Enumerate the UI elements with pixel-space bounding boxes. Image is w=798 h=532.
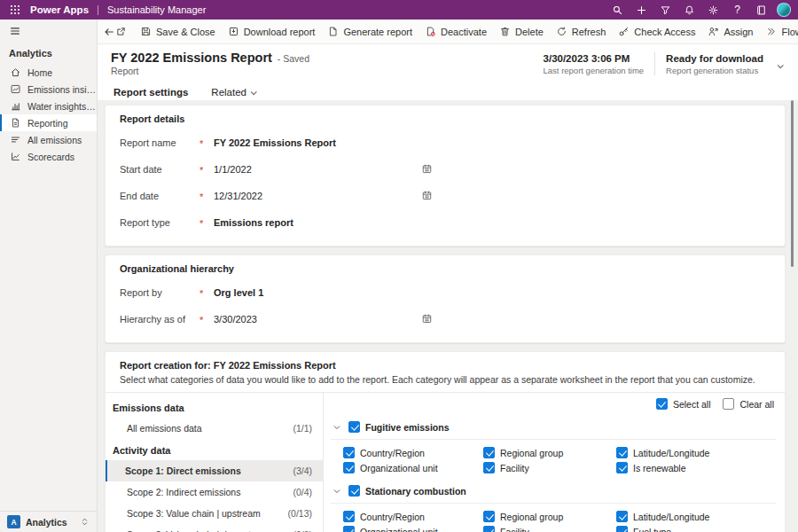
site-navigation: Analytics Home Emissions insights Water … [0, 20, 98, 532]
org-hierarchy-section: Organizational hierarchy Report by * Org… [105, 254, 786, 343]
option-checkbox[interactable]: Organizational unit [343, 526, 483, 532]
field-value: 1/1/2022 [214, 164, 252, 175]
guide-icon[interactable] [749, 0, 773, 20]
select-all-checkbox[interactable]: Select all [656, 398, 711, 410]
download-report-button[interactable]: Download report [222, 22, 322, 42]
end-date-field[interactable]: 12/31/2022 [214, 191, 434, 201]
option-label: Facility [500, 527, 529, 532]
option-checkbox[interactable]: Is renewable [616, 462, 776, 473]
field-report-type: Report type * Emissions report [120, 209, 771, 235]
area-switcher[interactable]: A Analytics [0, 511, 97, 532]
list-item-all-emissions-data[interactable]: All emissions data (1/1) [106, 418, 323, 439]
option-checkbox[interactable]: Latitude/Longitude [616, 511, 776, 522]
sidebar-item-all-emissions[interactable]: All emissions [0, 131, 97, 148]
option-checkbox[interactable]: Organizational unit [343, 462, 483, 473]
group-stationary-combustion: Stationary combustion Country/Region Reg… [331, 485, 776, 532]
option-checkbox[interactable]: Facility [483, 526, 616, 532]
required-marker: * [200, 312, 214, 325]
insights-chart-icon [10, 83, 22, 95]
settings-icon[interactable] [701, 0, 725, 20]
search-icon[interactable] [606, 0, 630, 20]
checkbox-checked-icon [343, 447, 355, 458]
user-avatar[interactable] [777, 3, 791, 17]
flow-button[interactable]: Flow [759, 22, 798, 42]
report-type-field[interactable]: Emissions report [214, 217, 434, 228]
product-name[interactable]: Power Apps [30, 4, 89, 15]
chevron-updown-icon [80, 517, 90, 527]
field-label: Hierarchy as of [120, 314, 200, 325]
report-name-field[interactable]: FY 2022 Emissions Report [214, 137, 434, 148]
page-scrollbar[interactable] [791, 100, 794, 267]
option-checkbox[interactable]: Latitude/Longitude [616, 447, 776, 458]
collapse-header-chevron[interactable] [774, 52, 786, 75]
list-item-scope2[interactable]: Scope 2: Indirect emissions (0/4) [106, 481, 323, 503]
assign-icon [708, 26, 719, 37]
back-button[interactable] [103, 22, 115, 42]
deactivate-button[interactable]: Deactivate [419, 22, 493, 42]
report-by-field[interactable]: Org level 1 [214, 287, 434, 298]
calendar-icon[interactable] [419, 189, 434, 203]
field-report-name: Report name * FY 2022 Emissions Report [120, 129, 771, 155]
chevron-down-icon[interactable] [332, 487, 341, 496]
popout-icon[interactable] [115, 22, 127, 42]
option-checkbox[interactable]: Facility [483, 462, 616, 473]
waffle-icon[interactable] [0, 0, 30, 20]
list-item-scope1[interactable]: Scope 1: Direct emissions (3/4) [106, 460, 323, 481]
field-value: 3/30/2023 [214, 314, 257, 325]
sidebar-item-scorecards[interactable]: Scorecards [0, 148, 97, 165]
assign-button[interactable]: Assign [701, 22, 759, 42]
calendar-icon[interactable] [419, 162, 434, 176]
line-chart-icon [10, 151, 22, 162]
field-value: FY 2022 Emissions Report [214, 137, 336, 148]
save-icon [140, 26, 152, 37]
start-date-field[interactable]: 1/1/2022 [214, 164, 434, 175]
chevron-down-icon[interactable] [332, 423, 341, 432]
clear-all-checkbox[interactable]: Clear all [723, 398, 774, 410]
group-fugitive-emissions: Fugitive emissions Country/Region Region… [331, 421, 776, 473]
sidebar-item-home[interactable]: Home [0, 64, 97, 81]
select-all-label: Select all [673, 399, 711, 410]
delete-button[interactable]: Delete [493, 22, 550, 42]
option-checkbox[interactable]: Regional group [483, 511, 616, 522]
sidebar-item-label: Emissions insights [27, 84, 97, 95]
sidebar-item-water-insights[interactable]: Water insights (previ... [0, 98, 97, 114]
generation-status: Ready for download Report generation sta… [666, 53, 763, 75]
generate-report-button[interactable]: Generate report [321, 22, 419, 42]
group-checkbox[interactable]: Stationary combustion [348, 485, 466, 497]
report-details-section: Report details Report name * FY 2022 Emi… [105, 105, 786, 246]
list-item-label: All emissions data [127, 423, 202, 434]
add-icon[interactable] [630, 0, 653, 20]
refresh-button[interactable]: Refresh [550, 22, 613, 42]
help-icon[interactable]: ? [725, 0, 749, 20]
list-item-label: Scope 3: Value chain | upstream [127, 508, 261, 519]
checkbox-checked-icon [616, 511, 628, 522]
check-access-button[interactable]: Check Access [612, 22, 701, 42]
sidebar-item-reporting[interactable]: Reporting [0, 114, 97, 131]
option-label: Latitude/Longitude [633, 512, 709, 522]
main-region: FY 2022 Emissions Report - Saved Report … [98, 44, 798, 532]
key-icon [618, 26, 630, 37]
field-value: 12/31/2022 [214, 191, 262, 201]
calendar-icon[interactable] [419, 312, 434, 326]
notifications-icon[interactable] [677, 0, 701, 20]
deactivate-icon [425, 26, 436, 37]
group-checkbox[interactable]: Fugitive emissions [348, 421, 450, 433]
sidebar-item-emissions-insights[interactable]: Emissions insights [0, 81, 97, 98]
group-divider [331, 503, 776, 504]
list-item-scope3-downstream[interactable]: Scope 3: Value chain | downstream (0/9) [106, 524, 323, 532]
save-close-button[interactable]: Save & Close [134, 22, 222, 42]
field-label: Report by [120, 287, 200, 298]
list-item-scope3-upstream[interactable]: Scope 3: Value chain | upstream (0/13) [106, 503, 323, 524]
option-checkbox[interactable]: Regional group [483, 447, 616, 458]
option-checkbox[interactable]: Country/Region [343, 511, 483, 522]
option-checkbox[interactable]: Fuel type [616, 526, 776, 532]
header-stats: 3/30/2023 3:06 PM Last report generation… [544, 52, 786, 75]
app-bar-divider [98, 5, 98, 15]
hamburger-icon[interactable] [0, 20, 27, 43]
filter-icon[interactable] [653, 0, 677, 20]
option-checkbox[interactable]: Country/Region [343, 447, 483, 458]
checkbox-checked-icon [483, 511, 495, 522]
app-name[interactable]: Sustainability Manager [107, 4, 206, 15]
generate-report-icon [327, 26, 339, 37]
hierarchy-date-field[interactable]: 3/30/2023 [214, 314, 434, 325]
